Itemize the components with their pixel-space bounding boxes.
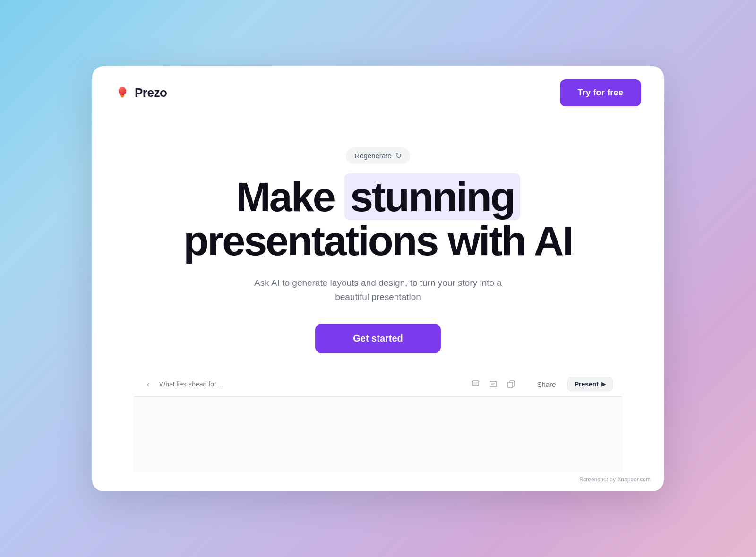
- demo-present-button[interactable]: Present ▶: [567, 377, 613, 391]
- demo-share-button[interactable]: Share: [532, 377, 562, 391]
- title-make: Make: [236, 173, 344, 220]
- hero-title-line1: Make stunning: [183, 175, 573, 219]
- svg-rect-7: [490, 381, 497, 387]
- refresh-icon: ↻: [395, 151, 402, 160]
- demo-container: ‹: [134, 372, 622, 472]
- demo-toolbar-icons: [470, 379, 516, 389]
- svg-rect-11: [508, 382, 513, 388]
- hero-title-line2: presentations with AI: [183, 219, 573, 263]
- main-card: Prezo Try for free Regenerate ↻ Make stu…: [92, 66, 664, 491]
- demo-text-icon[interactable]: [488, 379, 498, 389]
- hero-subtitle: Ask AI to generate layouts and design, t…: [236, 276, 520, 305]
- logo-name: Prezo: [135, 86, 167, 100]
- demo-toolbar: ‹: [134, 372, 622, 397]
- demo-search-input[interactable]: [159, 380, 464, 388]
- title-stunning-highlight: stunning: [344, 173, 520, 220]
- screenshot-credit: Screenshot by Xnapper.com: [579, 476, 651, 483]
- hero-section: Regenerate ↻ Make stunning presentations…: [92, 120, 664, 491]
- svg-point-1: [119, 87, 126, 95]
- logo-icon: [115, 85, 130, 100]
- play-icon: ▶: [601, 381, 606, 387]
- regenerate-label: Regenerate: [354, 152, 391, 160]
- demo-body: [134, 397, 622, 472]
- demo-layers-icon[interactable]: [470, 379, 481, 389]
- demo-copy-icon[interactable]: [506, 379, 516, 389]
- hero-title: Make stunning presentations with AI: [183, 175, 573, 263]
- demo-back-button[interactable]: ‹: [143, 377, 154, 391]
- get-started-button[interactable]: Get started: [315, 324, 441, 353]
- regenerate-badge: Regenerate ↻: [346, 147, 410, 164]
- logo: Prezo: [115, 85, 167, 100]
- demo-present-label: Present: [575, 380, 599, 388]
- navbar: Prezo Try for free: [92, 66, 664, 120]
- svg-rect-4: [121, 97, 123, 98]
- try-for-free-button[interactable]: Try for free: [560, 79, 641, 106]
- svg-rect-6: [473, 382, 478, 385]
